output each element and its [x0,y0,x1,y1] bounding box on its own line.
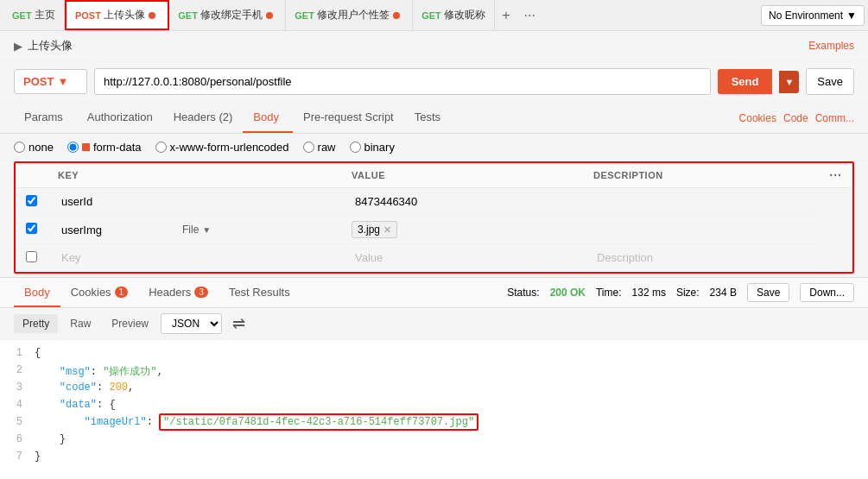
radio-formdata[interactable]: form-data [67,141,142,154]
save-button[interactable]: Save [806,68,854,95]
tab-get-home[interactable]: GET 主页 [3,0,65,30]
environment-selector[interactable]: No Environment ▼ [761,5,865,26]
empty-value-input[interactable] [352,249,573,266]
request-tabs-right: Cookies Code Comm... [739,112,854,124]
line-num-1: 1 [0,347,31,359]
url-input[interactable] [94,68,711,95]
tab-get-phone[interactable]: GET 修改绑定手机 [169,0,286,30]
line-content-4: "data": { [31,399,868,411]
tab-headers[interactable]: Headers (2) [163,103,244,133]
radio-formdata-input[interactable] [67,142,79,153]
tab-headers-label: Headers (2) [174,110,233,123]
breadcrumb-arrow-icon: ▶ [14,40,22,53]
jv-tab-raw[interactable]: Raw [61,314,99,333]
bulk-edit-icon[interactable]: ··· [829,168,842,182]
radio-binary-label: binary [364,141,395,154]
form-table-container: KEY VALUE DESCRIPTION ··· [14,161,854,274]
empty-key-cell [48,244,341,272]
empty-checkbox[interactable] [26,251,37,262]
radio-none[interactable]: none [14,141,54,154]
comments-link[interactable]: Comm... [815,112,854,124]
send-dropdown-button[interactable]: ▼ [779,71,799,93]
radio-none-input[interactable] [14,142,25,153]
tab-get-nickname[interactable]: GET 修改昵称 [413,0,495,30]
jv-tab-preview[interactable]: Preview [103,314,157,333]
row2-desc-input[interactable] [593,222,808,238]
tab-prerequest[interactable]: Pre-request Script [293,103,404,133]
radio-raw[interactable]: raw [303,141,336,154]
code-line-7: 7 } [0,451,868,468]
resp-tab-headers[interactable]: Headers 3 [138,278,219,307]
tab-label-5: 修改昵称 [444,8,485,22]
time-value: 132 ms [632,287,666,299]
table-row [16,188,852,216]
form-table: KEY VALUE DESCRIPTION ··· [16,163,852,272]
tab-get-profile[interactable]: GET 修改用户个性签 [286,0,413,30]
resp-tab-cookies[interactable]: Cookies 1 [60,278,139,307]
wrap-icon[interactable]: ⇌ [232,314,245,333]
examples-link[interactable]: Examples [808,40,854,52]
row2-value-cell: 3.jpg ✕ [341,216,583,244]
jv-tab-pretty[interactable]: Pretty [14,314,58,333]
radio-none-label: none [29,141,54,154]
tab-post-upload[interactable]: POST 上传头像 [65,0,169,30]
radio-raw-input[interactable] [303,142,314,153]
file-select-dropdown[interactable]: File ▼ [182,224,211,236]
code-link[interactable]: Code [783,112,808,124]
tab-label-1: 主页 [35,8,55,22]
row1-value-input[interactable] [352,193,573,210]
time-label: Time: [596,287,622,299]
tab-authorization[interactable]: Authorization [77,103,163,133]
env-label: No Environment [769,9,843,22]
method-selector[interactable]: POST ▼ [14,69,87,94]
tab-label-2: 上传头像 [104,8,145,22]
radio-binary-input[interactable] [350,142,361,153]
row2-checkbox[interactable] [26,223,37,234]
size-value: 234 B [710,287,737,299]
radio-binary[interactable]: binary [350,141,395,154]
row1-checkbox[interactable] [26,195,37,206]
row1-desc-input[interactable] [593,193,808,210]
tab-method-post: POST [75,10,101,21]
resp-tab-tests-label: Test Results [229,286,290,299]
json-view-tabs: Pretty Raw Preview JSON ⇌ [0,308,868,340]
table-row: File ▼ 3.jpg ✕ [16,216,852,244]
response-save-button[interactable]: Save [747,283,789,302]
body-type-row: none form-data x-www-form-urlencoded raw… [0,134,868,161]
file-name: 3.jpg [358,224,380,236]
code-area: 1 { 2 "msg": "操作成功", 3 "code": 200, 4 "d… [0,340,868,479]
tab-tests[interactable]: Tests [404,103,451,133]
radio-urlencoded-input[interactable] [155,142,167,153]
row1-desc-cell [583,188,819,216]
file-remove-icon[interactable]: ✕ [383,224,391,236]
tab-params[interactable]: Params [14,103,77,133]
tab-more-button[interactable]: ··· [517,8,542,23]
resp-tab-tests[interactable]: Test Results [219,278,301,307]
send-button[interactable]: Send [718,69,773,94]
row1-key-input[interactable] [58,193,331,210]
line-num-3: 3 [0,381,31,394]
line-content-2: "msg": "操作成功", [31,364,868,379]
tab-label-3: 修改绑定手机 [200,8,263,22]
form-section: KEY VALUE DESCRIPTION ··· [14,161,854,274]
radio-urlencoded[interactable]: x-www-form-urlencoded [155,141,289,154]
status-label: Status: [507,287,539,299]
radio-formdata-label: form-data [93,141,142,154]
tab-body[interactable]: Body [243,103,293,133]
empty-desc-input[interactable] [593,249,808,266]
line-num-5: 5 [0,416,31,428]
line-num-7: 7 [0,451,31,463]
jv-preview-label: Preview [111,318,149,330]
cookies-link[interactable]: Cookies [739,112,776,124]
response-download-button[interactable]: Down... [800,283,854,302]
empty-key-input[interactable] [58,249,331,266]
json-format-selector[interactable]: JSON [161,313,222,334]
tab-add-button[interactable]: + [495,8,516,23]
url-bar: POST ▼ Send ▼ Save [0,61,868,103]
row2-key-input[interactable] [58,222,179,238]
tab-prerequest-label: Pre-request Script [303,110,394,123]
resp-tab-body[interactable]: Body [14,278,60,307]
file-select-label: File [182,224,199,236]
line-content-7: } [31,451,868,463]
tab-params-label: Params [24,110,63,123]
